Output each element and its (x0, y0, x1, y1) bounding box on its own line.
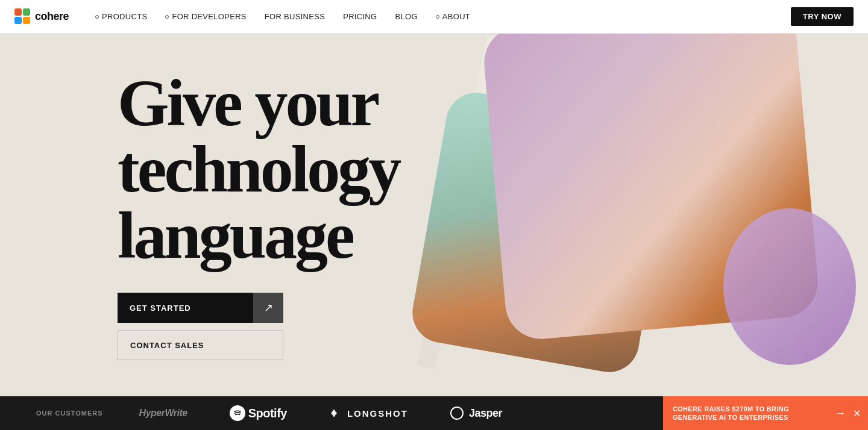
hero-buttons: GET STARTED ↗ CONTACT SALES (118, 293, 399, 360)
logo-text: cohere (35, 10, 69, 23)
notification-close[interactable]: ✕ (853, 408, 861, 419)
nav-link-products[interactable]: PRODUCTS (88, 8, 154, 25)
footer-logos: HyperWrite Spotify LONGSHOT Jasper (139, 405, 502, 421)
svg-rect-3 (23, 17, 30, 24)
footer-bar: OUR CUSTOMERS HyperWrite Spotify LONGSHO… (0, 396, 868, 430)
arrow-icon: ↗ (253, 293, 283, 323)
dot-icon (436, 15, 439, 19)
svg-rect-1 (23, 8, 30, 16)
logo[interactable]: cohere (14, 8, 69, 25)
notification-arrow[interactable]: → (835, 407, 846, 420)
logo-longshot: LONGSHOT (329, 408, 408, 419)
nav-links: PRODUCTS FOR DEVELOPERS FOR BUSINESS PRI… (88, 8, 791, 25)
logo-hyperwrite: HyperWrite (139, 408, 187, 419)
logo-spotify: Spotify (230, 405, 287, 421)
nav-link-about[interactable]: ABOUT (429, 8, 477, 25)
dot-icon (95, 15, 99, 19)
contact-sales-button[interactable]: CONTACT SALES (118, 330, 283, 360)
svg-rect-0 (14, 8, 22, 16)
logo-jasper: Jasper (450, 407, 502, 420)
art-shape-purple (723, 208, 856, 365)
nav-link-business[interactable]: FOR BUSINESS (257, 8, 332, 25)
try-now-button[interactable]: TRY NOW (791, 7, 854, 26)
nav-link-pricing[interactable]: PRICING (336, 8, 384, 25)
spotify-icon (230, 405, 245, 421)
hero-title: Give your technology language (118, 70, 399, 269)
get-started-button[interactable]: GET STARTED ↗ (118, 293, 283, 323)
navbar: cohere PRODUCTS FOR DEVELOPERS FOR BUSIN… (0, 0, 868, 34)
hero-content: Give your technology language GET STARTE… (118, 70, 399, 360)
svg-rect-2 (14, 17, 22, 24)
hero-section: Give your technology language GET STARTE… (0, 34, 868, 396)
notification-text: COHERE RAISES $270M TO BRING GENERATIVE … (673, 405, 830, 422)
nav-link-blog[interactable]: BLOG (388, 8, 424, 25)
hero-art (326, 34, 868, 383)
dot-icon (165, 15, 169, 19)
notification-banner: COHERE RAISES $270M TO BRING GENERATIVE … (663, 396, 868, 430)
jasper-icon (450, 407, 464, 420)
nav-link-developers[interactable]: FOR DEVELOPERS (158, 8, 253, 25)
customers-label: OUR CUSTOMERS (36, 410, 103, 417)
